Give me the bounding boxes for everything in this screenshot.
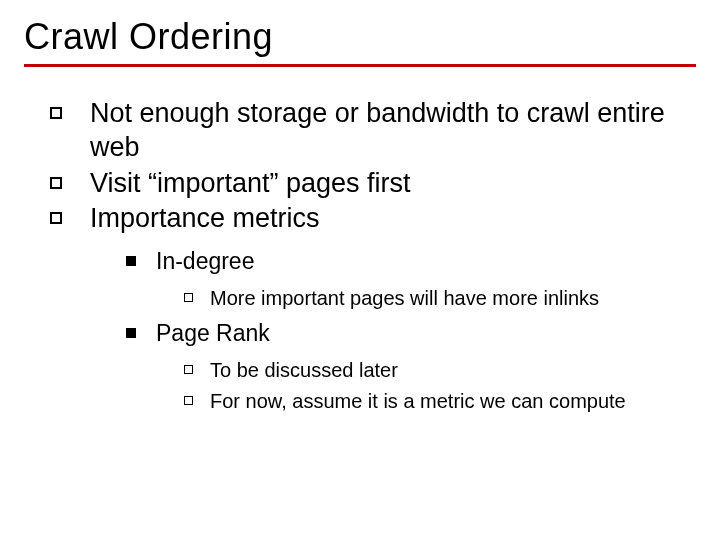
bullet-list-level2: In-degree More important pages will have…	[90, 246, 686, 415]
slide-title: Crawl Ordering	[24, 12, 696, 64]
bullet-l1-text: Importance metrics	[90, 203, 320, 233]
bullet-l1-item: Importance metrics In-degree More import…	[44, 202, 686, 415]
bullet-list-level1: Not enough storage or bandwidth to crawl…	[44, 97, 686, 415]
bullet-l1-item: Visit “important” pages first	[44, 167, 686, 201]
title-underline	[24, 64, 696, 67]
bullet-l3-item: To be discussed later	[180, 357, 686, 384]
bullet-list-level3: To be discussed later For now, assume it…	[156, 357, 686, 415]
bullet-l2-text: Page Rank	[156, 320, 270, 346]
bullet-list-level3: More important pages will have more inli…	[156, 285, 686, 312]
slide: Crawl Ordering Not enough storage or ban…	[0, 0, 720, 540]
bullet-l3-item: More important pages will have more inli…	[180, 285, 686, 312]
bullet-l3-item: For now, assume it is a metric we can co…	[180, 388, 686, 415]
bullet-l2-text: In-degree	[156, 248, 254, 274]
title-block: Crawl Ordering	[24, 12, 696, 67]
bullet-l2-item: Page Rank To be discussed later For now,…	[120, 318, 686, 415]
slide-body: Not enough storage or bandwidth to crawl…	[24, 73, 696, 415]
bullet-l1-item: Not enough storage or bandwidth to crawl…	[44, 97, 686, 165]
bullet-l2-item: In-degree More important pages will have…	[120, 246, 686, 312]
